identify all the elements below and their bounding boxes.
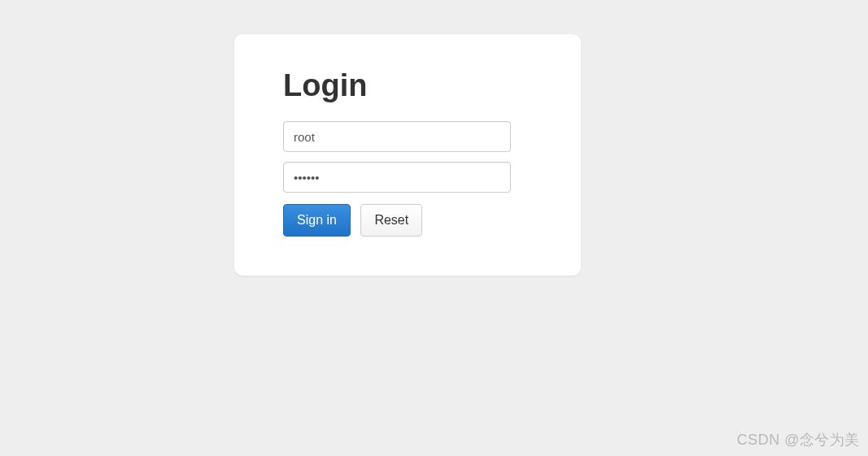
password-input[interactable]	[283, 162, 511, 193]
reset-button[interactable]: Reset	[360, 204, 422, 237]
login-card: Login Sign in Reset	[234, 34, 581, 276]
signin-button[interactable]: Sign in	[283, 204, 351, 237]
login-title: Login	[283, 68, 532, 103]
button-row: Sign in Reset	[283, 204, 532, 237]
username-input[interactable]	[283, 121, 511, 152]
watermark-text: CSDN @念兮为美	[737, 430, 860, 449]
